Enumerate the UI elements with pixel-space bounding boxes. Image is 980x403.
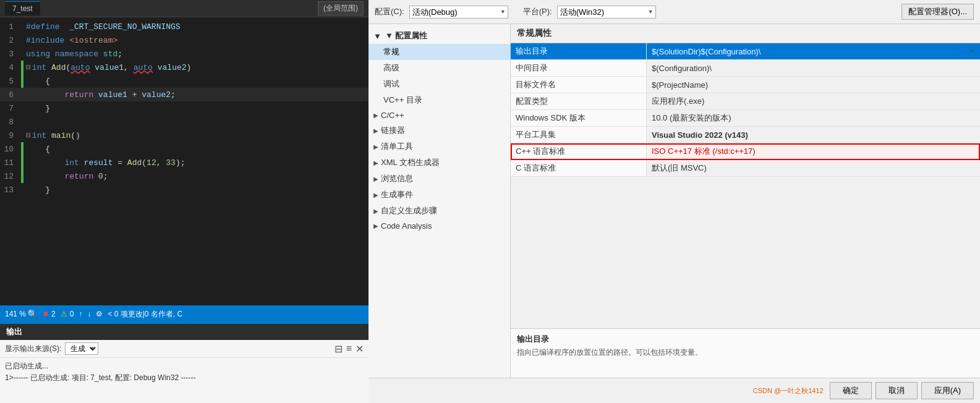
code-line: 8 bbox=[0, 115, 369, 129]
cancel-button[interactable]: 取消 bbox=[876, 382, 918, 399]
error-count: ✖ 2 bbox=[43, 310, 56, 318]
prop-name-inter-dir: 中间目录 bbox=[511, 60, 647, 76]
line-number: 10 bbox=[2, 145, 21, 154]
code-text: return 0; bbox=[26, 172, 108, 181]
output-icon2[interactable]: ≡ bbox=[346, 343, 352, 354]
config-select[interactable]: 活动(Debug) bbox=[409, 6, 508, 19]
tree-item-advanced[interactable]: 高级 bbox=[369, 60, 510, 76]
code-text: { bbox=[26, 145, 50, 154]
desc-text: 指向已编译程序的放置位置的路径。可以包括环境变量。 bbox=[517, 347, 974, 358]
zoom-level[interactable]: 141 % 🔍 bbox=[5, 309, 38, 319]
prop-name-output-dir: 输出目录 bbox=[511, 43, 647, 59]
props-header: 常规属性 bbox=[511, 24, 980, 43]
prop-row-target-name[interactable]: 目标文件名 $(ProjectName) bbox=[511, 77, 980, 93]
line-number: 1 bbox=[2, 22, 21, 32]
props-panel: 常规属性 输出目录 $(SolutionDir)$(Configuration)… bbox=[511, 24, 980, 378]
triangle-icon: ▶ bbox=[373, 208, 378, 214]
platform-select-wrapper[interactable]: 活动(Win32) bbox=[557, 6, 656, 19]
output-tab[interactable]: 输出 bbox=[6, 326, 22, 337]
nav-up[interactable]: ↑ bbox=[79, 310, 82, 318]
ok-button[interactable]: 确定 bbox=[830, 382, 872, 399]
dialog-body: ▼ ▼ 配置属性 常规 高级 调试 VC++ 目录 ▶ C/C++ ▶ 链接器 bbox=[369, 24, 980, 378]
settings-icon[interactable]: ⚙ bbox=[96, 310, 103, 318]
tree-item-vcpp[interactable]: VC++ 目录 bbox=[369, 92, 510, 108]
watermark: CSDN @一叶之秋1412 bbox=[753, 386, 824, 396]
config-select-wrapper[interactable]: 活动(Debug) bbox=[409, 6, 508, 19]
output-source-select-wrapper[interactable]: 生成 bbox=[65, 342, 98, 355]
prop-value-output-dir[interactable]: $(SolutionDir)$(Configuration)\ bbox=[647, 43, 980, 59]
tree-item-xml-gen[interactable]: ▶ XML 文档生成器 bbox=[369, 155, 510, 171]
tree-item-cpp[interactable]: ▶ C/C++ bbox=[369, 108, 510, 122]
line-indicator bbox=[21, 169, 23, 183]
code-text: } bbox=[26, 185, 50, 195]
code-text: } bbox=[26, 104, 50, 113]
code-line: 11 int result = Add(12, 33); bbox=[0, 156, 369, 169]
editor-tab[interactable]: 7_test bbox=[5, 1, 40, 15]
code-line: 1 #define _CRT_SECURE_NO_WARNINGS bbox=[0, 20, 369, 33]
code-text: using namespace std; bbox=[26, 49, 122, 59]
code-line: 4 ⊟int Add(auto value1, auto value2) bbox=[0, 61, 369, 74]
line-indicator bbox=[21, 47, 23, 61]
line-number: 13 bbox=[2, 185, 21, 195]
prop-value-toolset: Visual Studio 2022 (v143) bbox=[647, 127, 980, 143]
tree-item-custom-build[interactable]: ▶ 自定义生成步骤 bbox=[369, 203, 510, 219]
nav-down[interactable]: ↓ bbox=[87, 310, 91, 318]
code-line: 2 #include <iostream> bbox=[0, 33, 369, 47]
output-line-1: 已启动生成... bbox=[5, 360, 364, 372]
line-number: 4 bbox=[2, 63, 21, 72]
tree-collapse-icon[interactable]: ▼ bbox=[373, 32, 381, 41]
line-indicator bbox=[21, 129, 23, 142]
prop-value-cpp-std: ISO C++17 标准 (/std:c++17) bbox=[647, 143, 980, 159]
code-line: 7 } bbox=[0, 101, 369, 115]
prop-row-toolset[interactable]: 平台工具集 Visual Studio 2022 (v143) bbox=[511, 127, 980, 143]
triangle-icon: ▶ bbox=[373, 223, 378, 229]
platform-select[interactable]: 活动(Win32) bbox=[557, 6, 656, 19]
code-text: ⊟int main() bbox=[26, 130, 80, 140]
tree-section-header: ▼ ▼ 配置属性 bbox=[369, 28, 510, 44]
warning-count: ⚠ 0 bbox=[61, 310, 74, 318]
prop-row-inter-dir[interactable]: 中间目录 $(Configuration)\ bbox=[511, 60, 980, 77]
tree-item-build-events[interactable]: ▶ 生成事件 bbox=[369, 187, 510, 203]
code-line: 6 return value1 + value2; bbox=[0, 88, 369, 101]
prop-row-c-std[interactable]: C 语言标准 默认(旧 MSVC) bbox=[511, 160, 980, 177]
apply-button[interactable]: 应用(A) bbox=[921, 382, 974, 399]
prop-name-config-type: 配置类型 bbox=[511, 93, 647, 109]
code-line: 10 { bbox=[0, 142, 369, 156]
changes-info: < 0 项更改|0 名作者, C bbox=[108, 309, 182, 320]
prop-name-toolset: 平台工具集 bbox=[511, 127, 647, 143]
prop-row-output-dir[interactable]: 输出目录 $(SolutionDir)$(Configuration)\ bbox=[511, 43, 980, 60]
status-bar: 141 % 🔍 ✖ 2 ⚠ 0 ↑ ↓ ⚙ < 0 项更改|0 名作者, C bbox=[0, 305, 369, 323]
prop-row-cpp-std[interactable]: C++ 语言标准 ISO C++17 标准 (/std:c++17) bbox=[511, 143, 980, 160]
triangle-icon: ▶ bbox=[373, 192, 378, 198]
editor-scope[interactable]: (全局范围) bbox=[318, 1, 364, 15]
prop-name-cpp-std: C++ 语言标准 bbox=[511, 143, 647, 159]
tree-item-linker[interactable]: ▶ 链接器 bbox=[369, 122, 510, 138]
code-text: { bbox=[26, 77, 50, 86]
triangle-icon: ▶ bbox=[373, 159, 378, 166]
prop-name-c-std: C 语言标准 bbox=[511, 160, 647, 176]
line-number: 11 bbox=[2, 158, 21, 168]
line-number: 5 bbox=[2, 77, 21, 86]
tree-item-code-analysis[interactable]: ▶ Code Analysis bbox=[369, 219, 510, 233]
line-indicator bbox=[21, 20, 23, 33]
dialog-footer: CSDN @一叶之秋1412 确定 取消 应用(A) bbox=[369, 378, 980, 403]
config-manager-button[interactable]: 配置管理器(O)... bbox=[901, 4, 974, 20]
tree-item-general[interactable]: 常规 bbox=[369, 44, 510, 60]
line-number: 7 bbox=[2, 104, 21, 113]
triangle-icon: ▶ bbox=[373, 127, 378, 134]
tree-item-manifest[interactable]: ▶ 清单工具 bbox=[369, 138, 510, 155]
output-source-select[interactable]: 生成 bbox=[65, 342, 98, 355]
tree-item-debug[interactable]: 调试 bbox=[369, 76, 510, 92]
editor-titlebar: 7_test (全局范围) bbox=[0, 0, 369, 17]
output-icon1[interactable]: ⊟ bbox=[334, 343, 343, 355]
output-panel: 输出 显示输出来源(S): 生成 ⊟ ≡ ✕ 已启动生成... 1>------… bbox=[0, 323, 369, 403]
tree-item-browse[interactable]: ▶ 浏览信息 bbox=[369, 171, 510, 187]
output-icon3[interactable]: ✕ bbox=[356, 343, 364, 355]
output-source-label: 显示输出来源(S): bbox=[5, 344, 61, 354]
prop-row-windows-sdk[interactable]: Windows SDK 版本 10.0 (最新安装的版本) bbox=[511, 110, 980, 127]
prop-row-config-type[interactable]: 配置类型 应用程序(.exe) bbox=[511, 93, 980, 110]
config-bar: 配置(C): 活动(Debug) 平台(P): 活动(Win32) 配置管理器(… bbox=[369, 0, 980, 24]
line-indicator bbox=[21, 88, 23, 101]
code-line: 5 { bbox=[0, 74, 369, 88]
desc-title: 输出目录 bbox=[517, 334, 974, 345]
